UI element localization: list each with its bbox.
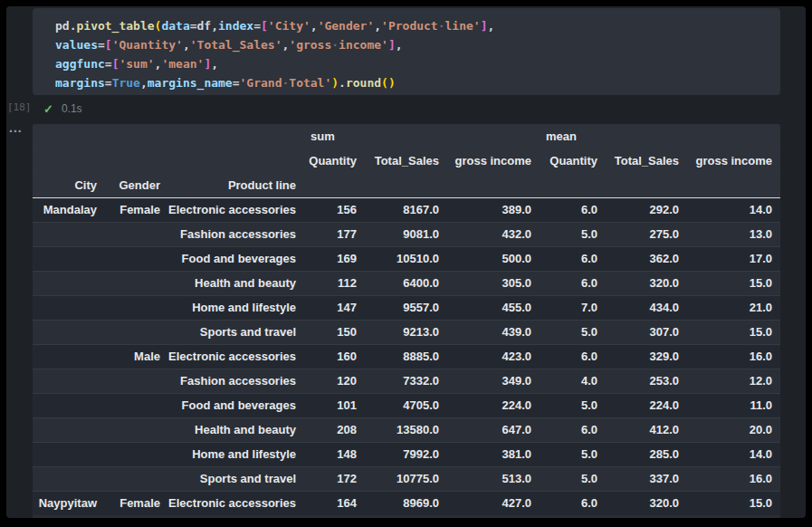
- value-cell: 285.0: [606, 442, 687, 466]
- output-ellipsis-icon[interactable]: ...: [9, 120, 23, 135]
- value-cell: 208: [304, 417, 365, 442]
- value-cell: 4.0: [540, 369, 606, 393]
- value-cell: 8885.0: [365, 344, 447, 369]
- header-row-aggfunc: sum mean: [33, 124, 780, 149]
- value-cell: 6.0: [540, 246, 606, 271]
- value-cell: 7332.0: [365, 369, 447, 393]
- table-row: Sports and travel1509213.0439.05.0307.01…: [33, 320, 780, 344]
- execution-time: 0.1s: [62, 102, 82, 115]
- city-cell: [33, 222, 105, 246]
- code-line: values=['Quantity','Total_Sales','gross·…: [55, 35, 773, 54]
- value-cell: 15.0: [687, 320, 780, 344]
- value-cell: 9557.0: [365, 295, 447, 320]
- gender-cell: [105, 466, 168, 491]
- gender-cell: [105, 271, 168, 295]
- index-header-city: City: [33, 173, 105, 197]
- value-cell: 16.0: [687, 466, 780, 491]
- header-spacer: [304, 173, 780, 197]
- value-cell: 253.0: [606, 369, 687, 393]
- header-spacer: [33, 124, 304, 149]
- table-row: Food and beverages16910510.0500.06.0362.…: [33, 246, 780, 271]
- value-cell: 5.0: [540, 222, 606, 246]
- value-cell: 148: [304, 442, 365, 466]
- value-cell: 177: [304, 222, 365, 246]
- value-cell: 6.0: [540, 344, 606, 369]
- value-cell: 15.0: [687, 491, 780, 515]
- table-row: Food and beverages1014705.0224.05.0224.0…: [33, 393, 780, 417]
- value-cell: 12.0: [687, 369, 780, 393]
- value-cell: 8167.0: [365, 197, 447, 222]
- value-cell: 147: [304, 295, 365, 320]
- city-cell: [33, 369, 105, 393]
- product-cell: Health and beauty: [168, 417, 304, 442]
- product-cell: Sports and travel: [168, 466, 304, 491]
- gender-cell: [105, 320, 168, 344]
- gender-cell: [105, 417, 168, 442]
- table-row: NaypyitawFemaleElectronic accessories164…: [33, 491, 780, 515]
- city-cell: [33, 466, 105, 491]
- pivot-table: sum mean Quantity Total_Sales gross inco…: [33, 124, 780, 515]
- product-cell: Electronic accessories: [168, 491, 304, 515]
- table-row: Health and beauty20813580.0647.06.0412.0…: [33, 417, 780, 442]
- code-line: pd.pivot_table(data=df,index=['City','Ge…: [55, 16, 773, 35]
- value-cell: 6.0: [540, 417, 606, 442]
- value-cell: 307.0: [606, 320, 687, 344]
- value-cell: 10510.0: [365, 246, 447, 271]
- table-row: Home and lifestyle1487992.0381.05.0285.0…: [33, 442, 780, 466]
- execution-count: [18]: [7, 101, 32, 113]
- product-cell: Sports and travel: [168, 320, 304, 344]
- value-cell: 14.0: [687, 442, 780, 466]
- value-cell: 4705.0: [365, 393, 447, 417]
- table-row: Health and beauty1126400.0305.06.0320.01…: [33, 271, 780, 295]
- value-cell: 434.0: [606, 295, 687, 320]
- code-line: aggfunc=['sum','mean'],: [55, 54, 773, 73]
- partial-row: [33, 515, 780, 518]
- value-cell: 500.0: [447, 246, 540, 271]
- value-cell: 13.0: [687, 222, 780, 246]
- value-cell: 432.0: [447, 222, 540, 246]
- value-cell: 9213.0: [365, 320, 447, 344]
- value-cell: 120: [304, 369, 365, 393]
- value-cell: 6400.0: [365, 271, 447, 295]
- product-cell: Electronic accessories: [168, 344, 304, 369]
- value-cell: 5.0: [540, 442, 606, 466]
- value-cell: 349.0: [447, 369, 540, 393]
- value-cell: 7.0: [540, 295, 606, 320]
- product-cell: Food and beverages: [168, 246, 304, 271]
- value-cell: 224.0: [447, 393, 540, 417]
- value-cell: 9081.0: [365, 222, 447, 246]
- city-cell: [33, 344, 105, 369]
- value-cell: 275.0: [606, 222, 687, 246]
- value-cell: 423.0: [447, 344, 540, 369]
- value-cell: 389.0: [447, 197, 540, 222]
- city-cell: Naypyitaw: [33, 491, 105, 515]
- table-row: Fashion accessories1207332.0349.04.0253.…: [33, 369, 780, 393]
- value-cell: 381.0: [447, 442, 540, 466]
- value-cell: 647.0: [447, 417, 540, 442]
- value-cell: 412.0: [606, 417, 687, 442]
- pivot-table-body: MandalayFemaleElectronic accessories1568…: [33, 197, 780, 515]
- value-cell: 17.0: [687, 246, 780, 271]
- value-cell: 224.0: [606, 393, 687, 417]
- value-cell: 455.0: [447, 295, 540, 320]
- value-cell: 169: [304, 246, 365, 271]
- city-cell: [33, 417, 105, 442]
- city-cell: [33, 295, 105, 320]
- product-cell: Fashion accessories: [168, 369, 304, 393]
- value-cell: 5.0: [540, 320, 606, 344]
- value-cell: 439.0: [447, 320, 540, 344]
- value-cell: 11.0: [687, 393, 780, 417]
- value-cell: 15.0: [687, 271, 780, 295]
- table-row: Fashion accessories1779081.0432.05.0275.…: [33, 222, 780, 246]
- value-cell: 164: [304, 491, 365, 515]
- value-cell: 8969.0: [365, 491, 447, 515]
- product-cell: Fashion accessories: [168, 222, 304, 246]
- product-cell: Home and lifestyle: [168, 295, 304, 320]
- notebook-frame: pd.pivot_table(data=df,index=['City','Ge…: [6, 6, 806, 518]
- code-editor[interactable]: pd.pivot_table(data=df,index=['City','Ge…: [33, 8, 780, 95]
- city-cell: [33, 442, 105, 466]
- cell-status-row: ✓ 0.1s: [43, 100, 82, 118]
- value-cell: 112: [304, 271, 365, 295]
- code-lines: pd.pivot_table(data=df,index=['City','Ge…: [33, 8, 780, 95]
- gender-cell: [105, 295, 168, 320]
